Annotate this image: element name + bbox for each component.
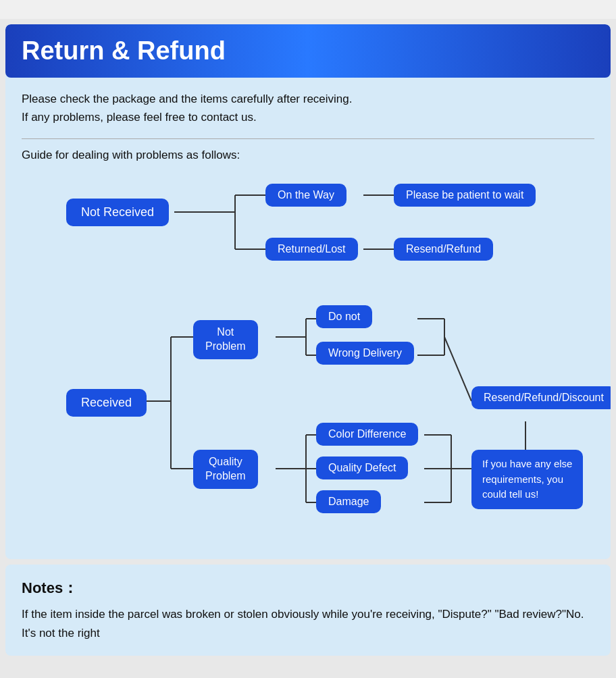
wrong-delivery-label: Wrong Delivery <box>316 342 414 365</box>
not-received-node: Not Received <box>66 199 169 226</box>
notes-title: Notes： <box>22 578 594 598</box>
on-the-way-node: On the Way <box>265 184 346 207</box>
intro-line2: If any problems, please feel free to con… <box>22 111 257 124</box>
bottom-flowchart: Received Not Problem Do not Wrong Delive… <box>26 293 590 523</box>
page-title: Return & Refund <box>22 36 226 65</box>
damage-node: Damage <box>316 490 381 513</box>
not-received-label: Not Received <box>66 199 169 226</box>
quality-problem-node: Quality Problem <box>193 450 258 489</box>
any-requirements-label: If you have any else requirements, you c… <box>471 450 583 509</box>
received-node: Received <box>66 389 147 417</box>
please-wait-label: Please be patient to wait <box>394 184 536 207</box>
resend-refund-top-node: Resend/Refund <box>394 238 493 261</box>
top-flowchart: Not Received On the Way Please be patien… <box>26 178 590 273</box>
returned-lost-label: Returned/Lost <box>265 238 358 261</box>
notes-body: If the item inside the parcel was broken… <box>22 605 594 642</box>
resend-refund-discount-label: Resend/Refund/Discount <box>471 386 611 409</box>
main-card: Return & Refund Please check the package… <box>5 24 611 559</box>
top-bar <box>0 0 616 19</box>
damage-label: Damage <box>316 490 381 513</box>
do-not-label: Do not <box>316 305 372 328</box>
resend-refund-discount-node: Resend/Refund/Discount <box>471 386 611 409</box>
intro-line1: Please check the package and the items c… <box>22 93 353 105</box>
color-difference-node: Color Difference <box>316 423 418 446</box>
divider <box>22 138 594 139</box>
quality-problem-label: Quality Problem <box>193 450 258 489</box>
intro-section: Please check the package and the items c… <box>5 78 611 133</box>
color-difference-label: Color Difference <box>316 423 418 446</box>
received-label: Received <box>66 389 147 417</box>
notes-section: Notes： If the item inside the parcel was… <box>5 565 611 655</box>
please-wait-node: Please be patient to wait <box>394 184 536 207</box>
wrong-delivery-node: Wrong Delivery <box>316 342 414 365</box>
svg-line-17 <box>444 337 471 401</box>
any-requirements-node: If you have any else requirements, you c… <box>471 450 583 509</box>
not-problem-node: Not Problem <box>193 320 258 359</box>
header-banner: Return & Refund <box>5 24 611 78</box>
quality-defect-label: Quality Defect <box>316 457 408 479</box>
flowchart-section: Not Received On the Way Please be patien… <box>5 172 611 543</box>
returned-lost-node: Returned/Lost <box>265 238 358 261</box>
do-not-node: Do not <box>316 305 372 328</box>
quality-defect-node: Quality Defect <box>316 457 408 479</box>
guide-label: Guide for dealing with problems as follo… <box>5 149 611 172</box>
resend-refund-top-label: Resend/Refund <box>394 238 493 261</box>
not-problem-label: Not Problem <box>193 320 258 359</box>
on-the-way-label: On the Way <box>265 184 346 207</box>
